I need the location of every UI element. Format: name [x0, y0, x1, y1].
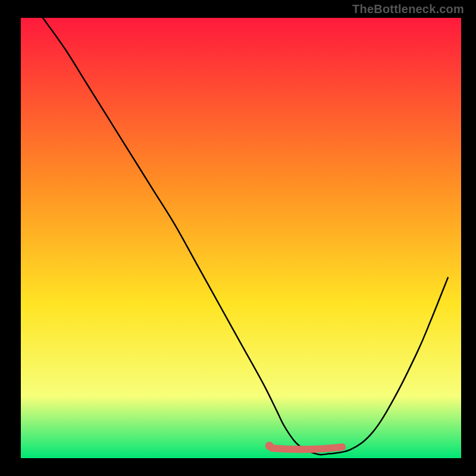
attribution-label: TheBottleneck.com	[352, 2, 464, 16]
bottleneck-chart	[0, 0, 476, 476]
optimal-start-dot	[265, 441, 274, 450]
chart-container: TheBottleneck.com	[0, 0, 476, 476]
optimal-range-marker	[272, 447, 342, 449]
